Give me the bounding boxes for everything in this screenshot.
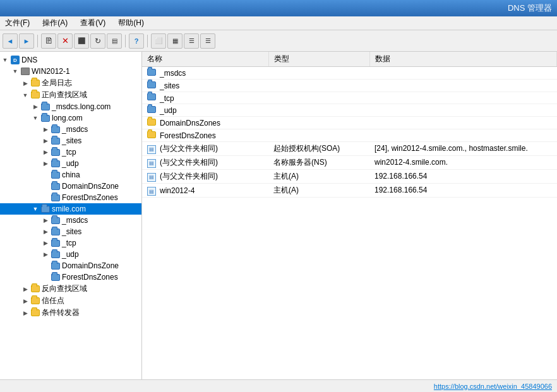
- expand-smile-udp[interactable]: ▶: [40, 249, 51, 259]
- tree-label-smile-tcp: _tcp: [62, 239, 76, 247]
- tree-label-long-tcp: _tcp: [62, 148, 76, 157]
- tree-label-long-com: long.com: [52, 114, 83, 122]
- view-large-button[interactable]: ⬜: [151, 33, 166, 49]
- tree-node-xinren[interactable]: ▶ 信任点: [0, 295, 141, 307]
- sep3: [147, 35, 148, 47]
- refresh-button[interactable]: ↻: [90, 33, 105, 49]
- expand-win2012[interactable]: ▼: [10, 66, 20, 76]
- cell-name: _udp: [142, 104, 268, 117]
- cell-name: ForestDnsZones: [142, 129, 268, 142]
- tree-node-long-msdcs[interactable]: ▶ _msdcs: [0, 124, 141, 135]
- cell-type: 主机(A): [268, 183, 369, 197]
- expand-smile-msdcs[interactable]: ▶: [40, 215, 51, 225]
- quanju-folder-icon: [30, 78, 40, 88]
- tree-node-smile-domain[interactable]: ▶ DomainDnsZone: [0, 260, 141, 271]
- table-row[interactable]: _tcp: [142, 92, 557, 104]
- tree-node-long-domain[interactable]: ▶ DomainDnsZone: [0, 181, 141, 192]
- tree-node-smile-sites[interactable]: ▶ _sites: [0, 226, 141, 237]
- expand-quanju[interactable]: ▶: [20, 78, 30, 88]
- tree-node-smile-tcp[interactable]: ▶ _tcp: [0, 237, 141, 249]
- tree-label-long-china: china: [62, 170, 80, 179]
- col-header-data[interactable]: 数据: [369, 52, 557, 67]
- expand-smile-tcp[interactable]: ▶: [40, 238, 51, 248]
- title-bar: DNS 管理器: [0, 0, 557, 16]
- table-row[interactable]: ▤(与父文件夹相同)起始授权机构(SOA)[24], win2012-4.smi…: [142, 141, 557, 155]
- export-button[interactable]: ▤: [107, 33, 122, 49]
- expand-long-tcp[interactable]: ▶: [40, 147, 51, 157]
- row-icon: [147, 131, 157, 140]
- tree-node-zhengxiang[interactable]: ▼ 正向查找区域: [0, 89, 141, 101]
- table-row[interactable]: DomainDnsZones: [142, 117, 557, 129]
- tree-node-quanju[interactable]: ▶ 全局日志: [0, 77, 141, 89]
- cell-type: 主机(A): [268, 169, 369, 183]
- menu-view[interactable]: 查看(V): [78, 17, 108, 29]
- menu-file[interactable]: 文件(F): [3, 17, 32, 29]
- cell-type: [268, 117, 369, 129]
- row-icon: [147, 106, 157, 115]
- expand-smile-sites[interactable]: ▶: [40, 227, 51, 237]
- cell-type: 起始授权机构(SOA): [268, 141, 369, 155]
- table-row[interactable]: ▤(与父文件夹相同)主机(A)192.168.166.54: [142, 169, 557, 183]
- tree-label-long-msdcs: _msdcs: [62, 125, 88, 134]
- help-button[interactable]: ?: [129, 33, 144, 49]
- expand-long-com[interactable]: ▼: [30, 113, 40, 123]
- tree-node-long-udp[interactable]: ▶ _udp: [0, 158, 141, 169]
- tree-node-long-china[interactable]: ▶ china: [0, 169, 141, 181]
- tree-node-msdcs-long[interactable]: ▶ _msdcs.long.com: [0, 101, 141, 112]
- show-tree-button[interactable]: 🖹: [41, 33, 56, 49]
- expand-dns[interactable]: ▼: [0, 55, 10, 65]
- expand-msdcs-long[interactable]: ▶: [30, 102, 40, 112]
- forward-button[interactable]: ►: [19, 33, 34, 49]
- view-small-button[interactable]: ▦: [167, 33, 183, 49]
- expand-smile-com[interactable]: ▼: [30, 204, 40, 214]
- cell-data: [24], win2012-4.smile.com., hostmaster.s…: [369, 141, 557, 155]
- expand-long-sites[interactable]: ▶: [40, 136, 51, 146]
- expand-zhengxiang[interactable]: ▼: [20, 90, 30, 100]
- delete-button[interactable]: ✕: [57, 33, 73, 49]
- tree-node-long-forest[interactable]: ▶ ForestDnsZones: [0, 192, 141, 203]
- back-button[interactable]: ◄: [3, 33, 18, 49]
- table-row[interactable]: ForestDnsZones: [142, 129, 557, 142]
- tree-node-long-sites[interactable]: ▶ _sites: [0, 135, 141, 146]
- row-icon: [147, 119, 157, 128]
- table-row[interactable]: _udp: [142, 104, 557, 117]
- col-header-type[interactable]: 类型: [268, 52, 369, 67]
- server-icon: [20, 66, 30, 76]
- cell-data: win2012-4.smile.com.: [369, 155, 557, 169]
- tree-node-tiaojian[interactable]: ▶ 条件转发器: [0, 307, 141, 319]
- col-header-name[interactable]: 名称: [142, 52, 268, 67]
- tree-node-win2012[interactable]: ▼ WIN2012-1: [0, 66, 141, 77]
- tree-node-smile-forest[interactable]: ▶ ForestDnsZones: [0, 271, 141, 283]
- tree-node-smile-msdcs[interactable]: ▶ _msdcs: [0, 215, 141, 226]
- menu-action[interactable]: 操作(A): [40, 17, 70, 29]
- cell-data: [369, 104, 557, 117]
- long-udp-icon: [51, 158, 61, 169]
- expand-fanxiang[interactable]: ▶: [20, 284, 30, 294]
- view-list-button[interactable]: ☰: [184, 33, 199, 49]
- expand-tiaojian[interactable]: ▶: [20, 308, 30, 318]
- expand-xinren[interactable]: ▶: [20, 296, 30, 306]
- menu-help[interactable]: 帮助(H): [116, 17, 147, 29]
- table-row[interactable]: _msdcs: [142, 67, 557, 80]
- tree-node-dns[interactable]: ▼ D DNS: [0, 54, 141, 66]
- tree-node-fanxiang[interactable]: ▶ 反向查找区域: [0, 283, 141, 295]
- cell-type: [268, 129, 369, 142]
- tree-node-long-com[interactable]: ▼ long.com: [0, 112, 141, 124]
- tree-node-long-tcp[interactable]: ▶ _tcp: [0, 146, 141, 158]
- tree-node-smile-com[interactable]: ▼ smile.com: [0, 203, 141, 215]
- tree-label-smile-msdcs: _msdcs: [62, 216, 88, 225]
- cell-name: _sites: [142, 79, 268, 92]
- fanxiang-icon: [30, 284, 40, 294]
- table-row[interactable]: _sites: [142, 79, 557, 92]
- status-url: https://blog.csdn.net/weixin_45849066: [434, 383, 552, 390]
- properties-button[interactable]: ⬛: [74, 33, 89, 49]
- table-row[interactable]: ▤win2012-4主机(A)192.168.166.54: [142, 183, 557, 197]
- expand-long-udp[interactable]: ▶: [40, 158, 51, 169]
- expand-long-msdcs[interactable]: ▶: [40, 124, 51, 134]
- view-detail-button[interactable]: ☰: [200, 33, 215, 49]
- cell-name: ▤(与父文件夹相同): [142, 169, 268, 183]
- cell-name-text: (与父文件夹相同): [160, 158, 218, 167]
- tree-node-smile-udp[interactable]: ▶ _udp: [0, 249, 141, 260]
- long-domain-icon: [51, 181, 61, 191]
- table-row[interactable]: ▤(与父文件夹相同)名称服务器(NS)win2012-4.smile.com.: [142, 155, 557, 169]
